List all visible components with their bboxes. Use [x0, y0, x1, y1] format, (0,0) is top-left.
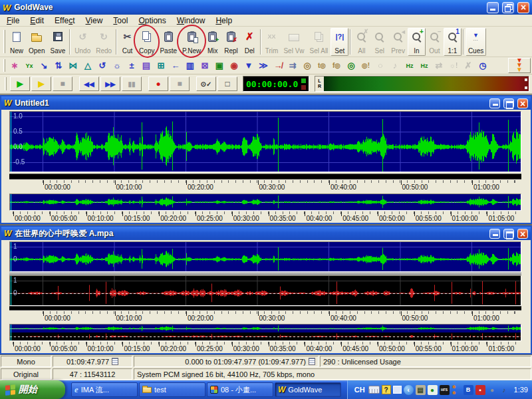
transport-rewind-button[interactable]: ◀◀	[79, 76, 99, 91]
doc2-channel2-canvas[interactable]	[10, 276, 521, 305]
stereo-note-icon[interactable]: ♪	[388, 59, 402, 72]
doc2-channel1-canvas[interactable]	[10, 242, 521, 271]
taskbar-task-folder[interactable]: test	[139, 382, 205, 397]
toolbar-button-out[interactable]: −Out	[426, 28, 444, 56]
taskbar-task-paint[interactable]: 08 - 小畫...	[207, 382, 273, 397]
fit-frame-icon[interactable]: ⊞	[154, 59, 168, 72]
marker-delete-icon[interactable]: ↛	[271, 59, 285, 72]
mechanize-sun-icon[interactable]: ☼	[110, 59, 124, 72]
equalizer-table-icon[interactable]: ▤	[139, 59, 154, 72]
transport-fast-forward-button[interactable]: ▶▶	[100, 76, 120, 91]
pitch-hz-icon[interactable]: Hz	[417, 59, 432, 72]
bowtie-icon[interactable]: ⋈	[66, 59, 80, 72]
volume-note-icon[interactable]: ♪	[499, 385, 509, 395]
toolbar-button-copy[interactable]: Copy	[136, 28, 157, 56]
toolbar-button-save[interactable]: Save	[47, 28, 68, 56]
doc2-cue-strip[interactable]	[9, 306, 521, 311]
toolbar-button-all[interactable]: ✗All	[352, 28, 370, 56]
transport-pause-button[interactable]: ▮▮	[122, 76, 142, 91]
toolbar-button-cut[interactable]: ✂Cut	[118, 28, 136, 56]
playback-sprint-icon[interactable]: ≫	[256, 59, 271, 72]
doc1-titlebar[interactable]: W Untitled1	[1, 96, 531, 110]
updown-arrows-icon[interactable]: ⇅	[51, 59, 66, 72]
language-indicator[interactable]: CH	[353, 386, 366, 394]
messenger-users-icon[interactable]: ☻☻	[452, 385, 462, 395]
toolbar-drag-handle[interactable]	[5, 77, 7, 90]
toolbar-button-sel[interactable]: Sel	[370, 28, 388, 56]
doc1-cue-strip[interactable]	[9, 174, 521, 180]
minimize-button[interactable]	[487, 2, 499, 13]
doppler-flower-icon[interactable]: ∗	[7, 59, 22, 72]
menu-item-window[interactable]: Window	[172, 15, 211, 26]
smoother-arrows-icon[interactable]: ⇉	[285, 59, 300, 72]
app-titlebar[interactable]: W GoldWave	[0, 0, 532, 15]
transport-play-button[interactable]: ▶	[10, 76, 30, 91]
left-arrow-icon[interactable]: ←	[168, 59, 183, 72]
taskbar-task-ie[interactable]: eIMA 流...	[71, 382, 138, 397]
doc-minimize-button[interactable]	[489, 98, 500, 108]
hide-tray-icons-button[interactable]: ‹	[404, 385, 414, 395]
toolbar-drag-handle[interactable]	[3, 30, 5, 53]
toolbar-button-mix[interactable]: +Mix	[203, 28, 221, 56]
toolbar-button-new[interactable]: New	[7, 28, 26, 56]
gear-bang-icon[interactable]: ☼!	[446, 59, 461, 72]
presets-expand-button[interactable]: ▼▼▼	[508, 58, 531, 73]
doc-maximize-button[interactable]	[503, 98, 514, 108]
restore-button[interactable]	[502, 2, 514, 13]
keyboard-icon[interactable]	[368, 386, 380, 394]
toolbar-button-undo[interactable]: ↺Undo	[72, 28, 93, 56]
bend-arrow-icon[interactable]: ↘	[37, 59, 51, 72]
toolbar-button-del[interactable]: ✗Del	[241, 28, 259, 56]
bluetooth-icon[interactable]: B	[464, 385, 473, 395]
taskbar-task-goldwave[interactable]: WGoldWave	[275, 382, 341, 397]
toolbar-button-p-new[interactable]: P.New	[180, 28, 203, 56]
transport-stop-button[interactable]: ■	[53, 76, 72, 91]
toolbar-button-cues[interactable]: ▼…Cues	[466, 28, 486, 56]
doc1-overview-canvas[interactable]	[10, 194, 521, 210]
recycle-arrows-icon[interactable]: ⇄	[432, 59, 446, 72]
noise-vx-icon[interactable]: ⊠	[198, 59, 212, 72]
pan-circle-icon[interactable]: ○	[373, 59, 388, 72]
toolbar-button-redo[interactable]: ↻Redo	[93, 28, 114, 56]
max-knob-icon[interactable]: ◎!	[358, 59, 373, 72]
doc-maximize-button[interactable]	[503, 229, 514, 239]
transport-monitor-button[interactable]: □	[217, 76, 237, 91]
shape-cue-icon[interactable]: ▼	[241, 59, 256, 72]
toolbar-button-repl[interactable]: ✗Repl	[221, 28, 241, 56]
gray-sphere-icon[interactable]: ●	[487, 385, 497, 395]
offset-plusminus-icon[interactable]: ±	[124, 59, 139, 72]
toolbar-button-trim[interactable]: XXTrim	[263, 28, 281, 56]
toolbar-button-prev[interactable]: ◂Prev	[388, 28, 408, 56]
transport-play-all-button[interactable]: ▶	[31, 76, 51, 91]
match-knob-icon[interactable]: ◎	[344, 59, 358, 72]
doc2-titlebar[interactable]: W 在世界的心中呼唤爱 A.mpa	[1, 227, 531, 240]
doc2-overview-canvas[interactable]	[10, 325, 521, 340]
toolbar-button-open[interactable]: Open	[26, 28, 47, 56]
media-player-icon[interactable]: ▪	[475, 385, 485, 395]
start-button[interactable]: 開始	[0, 380, 65, 399]
volume-knob-icon[interactable]: ◎	[300, 59, 315, 72]
fade-knob-icon[interactable]: f◎	[329, 59, 344, 72]
silence-mx-icon[interactable]: ▣	[212, 59, 227, 72]
expression-yx-icon[interactable]: Yx	[22, 59, 37, 72]
menu-item-view[interactable]: View	[80, 15, 108, 26]
doc-close-button[interactable]	[517, 229, 528, 239]
close-button[interactable]	[517, 2, 529, 13]
doc-close-button[interactable]	[517, 98, 528, 108]
cd-disc-icon[interactable]: ◉	[227, 59, 241, 72]
toolbar-button-sel-vw[interactable]: Sel Vw	[281, 28, 307, 56]
menu-item-options[interactable]: Options	[133, 15, 171, 26]
wing-x-icon[interactable]: ✗	[461, 59, 475, 72]
menu-item-tool[interactable]: Tool	[108, 15, 133, 26]
toolbar-button-paste[interactable]: Paste	[157, 28, 180, 56]
triangle-ramp-icon[interactable]: △	[80, 59, 95, 72]
toolbar-button-in[interactable]: +In	[408, 28, 426, 56]
transport-record-button[interactable]: ●	[148, 76, 168, 91]
doc-minimize-button[interactable]	[489, 229, 500, 239]
menu-item-edit[interactable]: Edit	[25, 15, 49, 26]
transport-record-options-button[interactable]: ⊙✓	[196, 76, 216, 91]
toolbar-button-1-1[interactable]: 11:1	[444, 28, 462, 56]
menu-item-effect[interactable]: Effect	[49, 15, 80, 26]
parametric-bars-icon[interactable]: ▥	[183, 59, 198, 72]
toolbar-drag-handle[interactable]	[3, 59, 5, 71]
